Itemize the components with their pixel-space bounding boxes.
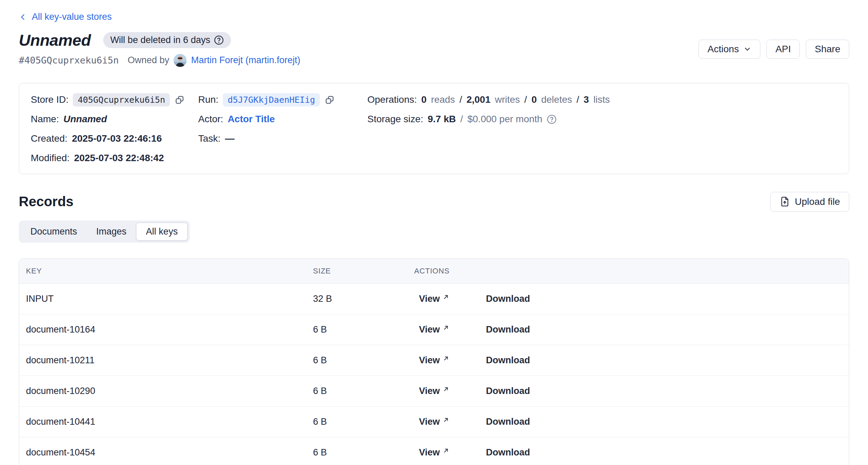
info-card-column-3: Operations: 0 reads / 2,001 writes / 0 d… xyxy=(367,90,837,168)
external-link-icon xyxy=(443,417,449,423)
view-link-label: View xyxy=(419,324,440,335)
actor-line: Actor: Actor Title xyxy=(198,110,367,129)
api-button[interactable]: API xyxy=(767,40,800,59)
actions-button-label: Actions xyxy=(707,44,739,55)
download-link-label: Download xyxy=(486,324,530,335)
copy-icon xyxy=(325,95,334,104)
view-link[interactable]: View xyxy=(419,417,449,427)
owner-avatar[interactable] xyxy=(174,54,187,67)
storage-help-icon[interactable] xyxy=(547,114,557,124)
download-link-label: Download xyxy=(486,447,530,458)
deletion-badge: Will be deleted in 6 days xyxy=(103,32,231,48)
store-hash: #405GQcuprxeku6i5n xyxy=(19,55,119,66)
reads-count: 0 xyxy=(421,94,427,105)
view-link[interactable]: View xyxy=(419,324,449,335)
table-row: document-10164 6 B View Download xyxy=(19,314,849,345)
page-title: Unnamed xyxy=(19,31,91,50)
actions-button[interactable]: Actions xyxy=(699,40,760,59)
info-card-column-1: Store ID: 405GQcuprxeku6i5n Name: Unname… xyxy=(31,90,198,168)
ops-separator: / xyxy=(577,94,579,105)
record-actions: View Download xyxy=(414,294,849,304)
ops-separator: / xyxy=(524,94,527,105)
store-info-card: Store ID: 405GQcuprxeku6i5n Name: Unname… xyxy=(19,83,849,174)
records-heading: Records xyxy=(19,194,73,209)
copy-run-id-button[interactable] xyxy=(325,95,334,104)
created-label: Created: xyxy=(31,133,67,144)
owner-link[interactable]: Martin Forejt (martin.forejt) xyxy=(191,55,300,66)
name-line: Name: Unnamed xyxy=(31,110,198,129)
records-table: KEY SIZE ACTIONS INPUT 32 B View Downloa… xyxy=(19,258,849,465)
record-key: INPUT xyxy=(26,294,313,304)
record-actions: View Download xyxy=(414,324,849,335)
record-size: 6 B xyxy=(313,386,414,396)
download-link[interactable]: Download xyxy=(486,447,530,458)
record-size: 6 B xyxy=(313,417,414,427)
table-row: document-10290 6 B View Download xyxy=(19,376,849,407)
download-link[interactable]: Download xyxy=(486,324,530,335)
download-link-label: Download xyxy=(486,294,530,304)
task-value: — xyxy=(225,133,234,144)
view-link[interactable]: View xyxy=(419,386,449,396)
api-button-label: API xyxy=(775,44,791,55)
records-table-header: KEY SIZE ACTIONS xyxy=(19,259,849,284)
share-button-label: Share xyxy=(815,44,840,55)
tab-images[interactable]: Images xyxy=(87,223,136,241)
download-link-label: Download xyxy=(486,417,530,427)
store-id-line: Store ID: 405GQcuprxeku6i5n xyxy=(31,90,198,110)
storage-label: Storage size: xyxy=(367,114,423,125)
share-button[interactable]: Share xyxy=(806,40,849,59)
breadcrumb-all-key-value-stores[interactable]: All key-value stores xyxy=(19,12,112,22)
storage-size-value: 9.7 kB xyxy=(428,114,456,125)
store-id-chip: 405GQcuprxeku6i5n xyxy=(73,93,170,107)
record-size: 6 B xyxy=(313,355,414,366)
download-link-label: Download xyxy=(486,355,530,366)
storage-separator: / xyxy=(460,114,463,125)
download-link[interactable]: Download xyxy=(486,294,530,304)
created-line: Created: 2025-07-03 22:46:16 xyxy=(31,129,198,149)
table-row: document-10211 6 B View Download xyxy=(19,345,849,376)
view-link[interactable]: View xyxy=(419,355,449,366)
deletes-count: 0 xyxy=(531,94,537,105)
avatar-image xyxy=(174,54,187,67)
record-size: 6 B xyxy=(313,447,414,458)
upload-file-button[interactable]: Upload file xyxy=(770,192,849,212)
created-value: 2025-07-03 22:46:16 xyxy=(72,133,162,144)
deletes-word: deletes xyxy=(541,94,572,105)
copy-store-id-button[interactable] xyxy=(175,95,184,104)
chevron-down-icon xyxy=(743,45,751,53)
view-link-label: View xyxy=(419,355,440,366)
actor-label: Actor: xyxy=(198,114,223,125)
download-link[interactable]: Download xyxy=(486,417,530,427)
record-key: document-10164 xyxy=(26,324,313,335)
record-key: document-10211 xyxy=(26,355,313,366)
header-button-group: Actions API Share xyxy=(699,40,849,59)
modified-label: Modified: xyxy=(31,153,70,164)
record-actions: View Download xyxy=(414,355,849,366)
name-label: Name: xyxy=(31,114,59,125)
storage-cost-value: $0.000 per month xyxy=(467,114,543,125)
tab-all-keys[interactable]: All keys xyxy=(136,223,188,241)
upload-file-label: Upload file xyxy=(795,196,840,207)
tab-documents[interactable]: Documents xyxy=(21,223,87,241)
column-header-size: SIZE xyxy=(313,267,414,276)
external-link-icon xyxy=(443,448,449,454)
modified-line: Modified: 2025-07-03 22:48:42 xyxy=(31,149,198,168)
record-key: document-10441 xyxy=(26,417,313,427)
run-line: Run: d5J7GKkjDaenHEIig xyxy=(198,90,367,110)
records-table-body: INPUT 32 B View Download document-1016 xyxy=(19,284,849,465)
operations-line: Operations: 0 reads / 2,001 writes / 0 d… xyxy=(367,90,837,110)
view-link[interactable]: View xyxy=(419,294,449,304)
download-link[interactable]: Download xyxy=(486,355,530,366)
writes-count: 2,001 xyxy=(466,94,490,105)
help-circle-icon[interactable] xyxy=(214,35,224,45)
info-card-column-2: Run: d5J7GKkjDaenHEIig Actor: Actor Titl… xyxy=(198,90,367,168)
view-link-label: View xyxy=(419,294,440,304)
view-link[interactable]: View xyxy=(419,447,449,458)
table-row: INPUT 32 B View Download xyxy=(19,284,849,314)
task-line: Task: — xyxy=(198,129,367,149)
actor-link[interactable]: Actor Title xyxy=(228,114,275,125)
download-link[interactable]: Download xyxy=(486,386,530,396)
run-id-chip[interactable]: d5J7GKkjDaenHEIig xyxy=(223,93,320,107)
record-actions: View Download xyxy=(414,386,849,396)
table-row: document-10441 6 B View Download xyxy=(19,407,849,437)
